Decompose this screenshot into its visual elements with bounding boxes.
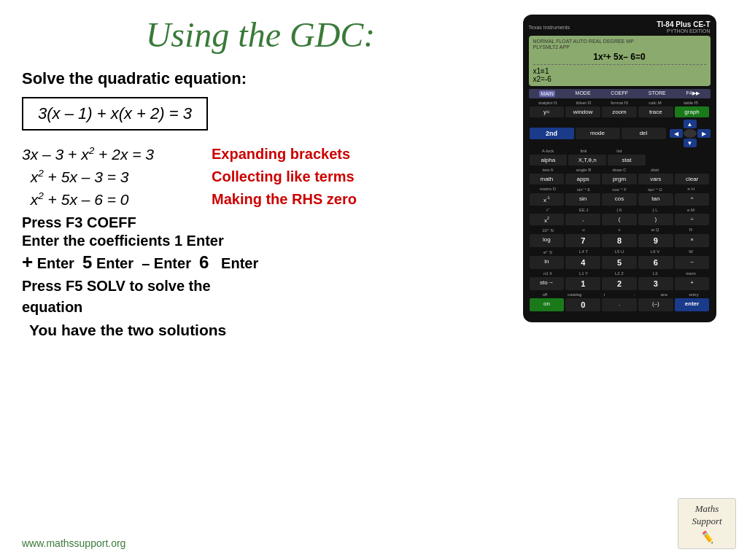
badge-pencil-icon: ✏️ [700,530,714,544]
btn-add[interactable]: + [675,277,710,290]
btn-sin[interactable]: sin [565,193,600,206]
calc-result2: x2=-6 [533,75,706,83]
row2-area: 2nd mode del ▲ ◀ ▶ ▼ [529,120,711,147]
btn-apps[interactable]: apps [565,174,600,184]
btn-clear[interactable]: clear [675,174,710,184]
btn-prgm[interactable]: prgm [602,174,637,184]
btn-sub[interactable]: – [675,256,710,269]
menu-store[interactable]: STORE [649,90,666,97]
dpad-right[interactable]: ▶ [697,129,711,138]
row5-buttons: x-1 sin cos tan ^ [529,192,711,206]
row1-buttons: y= window zoom trace graph [529,106,711,118]
right-panel: Texas Instruments TI-84 Plus CE-T PYTHON… [514,15,725,545]
dpad-br [697,139,711,147]
press-f3-line: Press F3 COEFF [22,214,499,231]
row4-labels: test Aangle Bdraw Cdistr [529,168,711,172]
row2-left-btns: 2nd mode del [529,127,667,140]
step-3-row: x2 + 5x – 6 = 0 Making the RHS zero [22,190,499,209]
main-container: Using the GDC: Solve the quadratic equat… [0,0,747,560]
btn-cos[interactable]: cos [602,193,637,206]
step-1-row: 3x – 3 + x2 + 2x = 3 Expanding brackets [22,145,499,163]
website-url: www.mathssupport.org [22,537,125,549]
btn-graph[interactable]: graph [675,106,710,117]
btn-log[interactable]: log [530,234,565,247]
enter-line-2-text: + Enter 5 Enter – Enter 6 Enter [22,255,258,271]
btn-4[interactable]: 4 [565,256,600,269]
row5-labels: matrix Dsin⁻¹ Ecos⁻¹ Ftan⁻¹ Gπ H [529,187,711,192]
btn-1[interactable]: 1 [565,277,600,290]
badge-line1: Maths [695,503,719,514]
solve-label: Solve the quadratic equation: [22,69,499,88]
maths-support-badge: Maths Support ✏️ [678,498,736,549]
btn-on[interactable]: on [530,298,565,311]
btn-zoom[interactable]: zoom [602,106,637,117]
btn-math[interactable]: math [530,174,565,184]
calc-status: NORMAL FLOAT AUTO REAL DEGREE MP [533,39,706,44]
btn-window[interactable]: window [565,106,600,117]
btn-9[interactable]: 9 [638,234,673,247]
row3-labels: A-locklinklist [529,149,711,153]
btn-xsq[interactable]: x2 [530,214,565,226]
btn-alpha[interactable]: alpha [530,155,568,166]
btn-neg[interactable]: (–) [638,298,673,311]
calc-screen-equation: 1x²+ 5x– 6=0 [533,52,706,65]
btn-mode[interactable]: mode [576,128,620,139]
row8-labels: eˣ SL4 TL5 UL6 VW [529,249,711,254]
calc-screen: NORMAL FLOAT AUTO REAL DEGREE MP PLYSMLT… [529,36,711,86]
btn-stat[interactable]: stat [608,155,646,166]
btn-tan[interactable]: tan [638,193,673,206]
row10-labels: offcatalogi:ansentry [529,292,711,297]
btn-dot[interactable]: . [602,298,637,311]
btn-mul[interactable]: × [675,234,710,247]
btn-0[interactable]: 0 [565,298,600,311]
btn-sto[interactable]: sto→ [530,277,565,290]
menu-f4[interactable]: F4▶▶ [686,90,699,97]
btn-trace[interactable]: trace [638,106,673,117]
badge-line2: Support [692,516,721,526]
step-2-label: Collecting like terms [212,168,355,185]
btn-comma[interactable]: , [565,214,600,226]
press-f5-line: Press F5 SOLV to solve the [22,278,499,295]
calculator: Texas Instruments TI-84 Plus CE-T PYTHON… [523,15,716,322]
row3-buttons: alpha X,T,θ,n stat [529,154,711,166]
btn-enter[interactable]: enter [675,298,710,311]
calc-edition: PYTHON EDITION [657,28,710,34]
btn-lparen[interactable]: ( [602,214,637,226]
row8-buttons: ln 4 5 6 – [529,255,711,270]
row10-buttons: on 0 . (–) enter [529,298,711,312]
btn-5[interactable]: 5 [602,256,637,269]
equation-box: 3(x – 1) + x(x + 2) = 3 [22,97,208,131]
btn-pow[interactable]: ^ [675,193,710,206]
btn-ln[interactable]: ln [530,256,565,269]
btn-8[interactable]: 8 [602,234,637,247]
btn-xinv[interactable]: x-1 [530,193,565,206]
menu-mode[interactable]: MODE [576,90,591,97]
btn-2nd[interactable]: 2nd [530,128,574,139]
row9-buttons: sto→ 1 2 3 + [529,276,711,291]
dpad-left[interactable]: ◀ [670,129,683,138]
calc-menu-bar: MAIN MODE COEFF STORE F4▶▶ [529,89,711,98]
calc-brand: Texas Instruments [529,25,570,30]
calc-model: TI-84 Plus CE-T [657,20,710,28]
row9-labels: rcl XL1 YL2 ZL3mem [529,271,711,276]
btn-rparen[interactable]: ) [638,214,673,226]
dpad-up[interactable]: ▲ [684,120,697,128]
btn-del[interactable]: del [622,128,666,139]
dpad-down[interactable]: ▼ [684,139,697,147]
btn-div[interactable]: ÷ [675,214,710,226]
step-1-label: Expanding brackets [212,146,350,163]
menu-main[interactable]: MAIN [539,90,555,97]
menu-coeff[interactable]: COEFF [611,90,628,97]
enter-line-1: Enter the coefficients 1 Enter [22,233,499,249]
btn-y[interactable]: y= [530,106,565,117]
you-have-line: You have the two solutions [29,322,499,339]
btn-3[interactable]: 3 [638,277,673,290]
calc-app: PLYSMLT2 APP [533,44,706,50]
btn-xthn[interactable]: X,T,θ,n [568,155,606,166]
step-1-math: 3x – 3 + x2 + 2x = 3 [22,145,190,163]
btn-7[interactable]: 7 [565,234,600,247]
dpad-tr [697,120,711,128]
btn-6[interactable]: 6 [638,256,673,269]
btn-vars[interactable]: vars [638,174,673,184]
btn-2[interactable]: 2 [602,277,637,290]
